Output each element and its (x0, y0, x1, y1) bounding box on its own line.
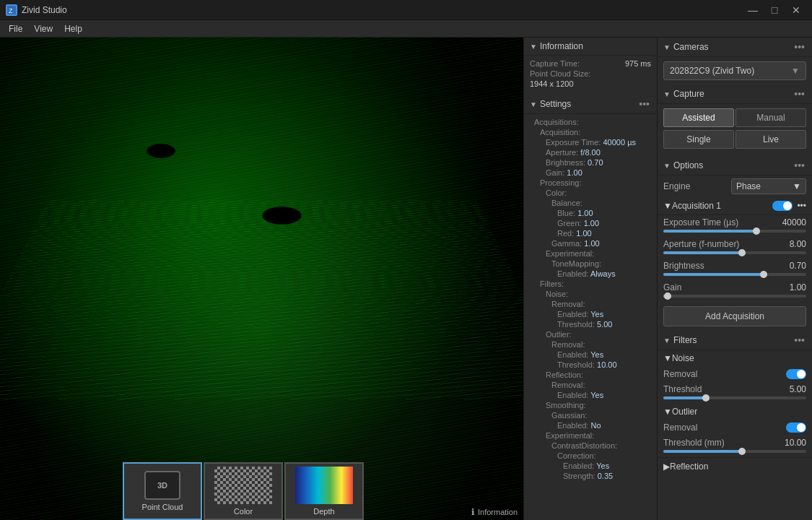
window-controls: — □ ✕ (743, 0, 806, 20)
maximize-button[interactable]: □ (764, 0, 785, 20)
right-panel: ▼ Cameras ••• 202822C9 (Zivid Two) ▼ ▼ C… (657, 38, 812, 520)
cameras-dropdown[interactable]: 202822C9 (Zivid Two) ▼ (663, 61, 806, 80)
acquisition-more-btn[interactable]: ••• (797, 201, 806, 211)
exposure-time-thumb[interactable] (753, 228, 760, 235)
capture-section-title: Capture (673, 89, 793, 99)
reflection-section-header[interactable]: ▶ Reflection (658, 457, 812, 475)
setting-reflection: Reflection: (528, 370, 652, 380)
exposure-time-label: Exposure Time (µs) (663, 217, 738, 228)
point-cloud-hole-2 (262, 207, 302, 225)
slider-outlier-threshold: Threshold (mm) 10.00 (658, 436, 812, 457)
noise-sub-header[interactable]: ▼ Noise (658, 350, 812, 366)
engine-dropdown-arrow: ▼ (793, 181, 801, 191)
exposure-time-fill (663, 230, 756, 233)
settings-more-btn[interactable]: ••• (637, 98, 651, 110)
options-more-btn[interactable]: ••• (793, 160, 806, 171)
btn-single[interactable]: Single (663, 130, 734, 149)
thumbnail-depth[interactable]: Depth (284, 462, 364, 520)
mode-buttons: Assisted Manual (663, 108, 806, 127)
viewport[interactable]: 3D Point Cloud Color Depth ℹ Information (0, 38, 523, 520)
acquisition-section-header[interactable]: ▼ Acquisition 1 ••• (658, 197, 812, 215)
outlier-removal-label: Removal (663, 422, 783, 433)
setting-outlier-threshold: Threshold: 10.00 (528, 360, 652, 370)
point-cloud-view (0, 38, 523, 520)
setting-gaussian-enabled: Enabled: No (528, 420, 652, 430)
add-acquisition-button[interactable]: Add Acquisition (663, 306, 806, 326)
svg-text:Z: Z (9, 7, 13, 14)
menu-file[interactable]: File (3, 22, 28, 35)
gain-value: 1.00 (790, 282, 806, 292)
info-row-capture-time: Capture Time: 975 ms (530, 58, 651, 69)
aperture-track[interactable] (663, 251, 806, 254)
setting-reflection-removal: Removal: (528, 380, 652, 390)
info-row-pc-size: Point Cloud Size: (530, 69, 651, 79)
outlier-threshold-track[interactable] (663, 450, 806, 453)
settings-section-title: Settings (540, 99, 637, 109)
setting-blue: Blue: 1.00 (528, 208, 652, 218)
settings-tree: Acquisitions: Acquisition: Exposure Time… (524, 114, 657, 484)
aperture-thumb[interactable] (738, 249, 746, 256)
brightness-track[interactable] (663, 273, 806, 276)
setting-brightness: Brightness: 0.70 (528, 157, 652, 168)
cameras-more-btn[interactable]: ••• (793, 41, 806, 53)
settings-section-header[interactable]: ▼ Settings ••• (524, 95, 657, 114)
aperture-label: Aperture (f-number) (663, 239, 739, 249)
reflection-section-title: Reflection (670, 462, 806, 472)
brightness-value: 0.70 (790, 261, 806, 271)
brightness-fill (663, 273, 764, 276)
noise-threshold-track[interactable] (663, 396, 806, 399)
cameras-chevron: ▼ (663, 43, 671, 51)
info-section-header[interactable]: ▼ Information (524, 38, 657, 56)
aperture-value: 8.00 (790, 239, 806, 249)
settings-chevron: ▼ (530, 100, 537, 108)
gain-thumb[interactable] (664, 292, 671, 300)
setting-correction: Correction: (528, 451, 652, 461)
filters-section-header[interactable]: ▼ Filters ••• (658, 331, 812, 350)
outlier-sub-header[interactable]: ▼ Outlier (658, 404, 812, 420)
brightness-label: Brightness (663, 261, 704, 271)
exposure-time-track[interactable] (663, 230, 806, 233)
capture-action-buttons: Single Live (663, 130, 806, 149)
thumbnail-label-2: Depth (313, 507, 334, 516)
outlier-threshold-thumb[interactable] (738, 448, 746, 455)
cameras-section-header[interactable]: ▼ Cameras ••• (658, 38, 812, 57)
noise-removal-toggle[interactable] (786, 369, 806, 379)
setting-red: Red: 1.00 (528, 228, 652, 238)
menu-help[interactable]: Help (58, 22, 88, 35)
brightness-thumb[interactable] (760, 271, 767, 278)
btn-manual[interactable]: Manual (735, 108, 806, 127)
info-section-content: Capture Time: 975 ms Point Cloud Size: 1… (524, 56, 657, 95)
minimize-button[interactable]: — (743, 0, 763, 20)
setting-noise-enabled: Enabled: Yes (528, 309, 652, 319)
acquisition-toggle[interactable] (772, 201, 793, 211)
outlier-threshold-fill (663, 450, 742, 453)
close-button[interactable]: ✕ (786, 0, 806, 20)
depth-thumbnail-image (295, 467, 353, 504)
engine-dropdown[interactable]: Phase ▼ (731, 178, 806, 194)
thumbnail-color[interactable]: Color (204, 462, 283, 520)
noise-removal-label: Removal (663, 369, 783, 379)
menu-view[interactable]: View (28, 22, 58, 35)
setting-gain: Gain: 1.00 (528, 168, 652, 178)
noise-threshold-value: 5.00 (790, 384, 806, 394)
noise-threshold-thumb[interactable] (702, 394, 710, 402)
setting-tonemapping: ToneMapping: (528, 259, 652, 269)
btn-live[interactable]: Live (735, 130, 806, 149)
outlier-removal-toggle[interactable] (786, 422, 806, 433)
noise-title: Noise (672, 353, 806, 363)
info-row-pc-size-val: 1944 x 1200 (530, 79, 651, 89)
options-section-header[interactable]: ▼ Options ••• (658, 156, 812, 176)
thumbnail-pointcloud[interactable]: 3D Point Cloud (123, 462, 202, 520)
capture-chevron: ▼ (663, 90, 671, 98)
slider-brightness: Brightness 0.70 (658, 259, 812, 280)
capture-more-btn[interactable]: ••• (793, 88, 806, 100)
3d-icon: 3D (144, 471, 180, 500)
setting-correction-enabled: Enabled: Yes (528, 461, 652, 471)
capture-section-header[interactable]: ▼ Capture ••• (658, 84, 812, 104)
btn-assisted[interactable]: Assisted (663, 108, 734, 127)
filters-more-btn[interactable]: ••• (793, 334, 806, 346)
info-value-pc-size: 1944 x 1200 (530, 79, 574, 88)
viewport-info-bar: ℹ Information (466, 504, 523, 520)
setting-noise-threshold: Threshold: 5.00 (528, 319, 652, 329)
gain-track[interactable] (663, 295, 806, 298)
